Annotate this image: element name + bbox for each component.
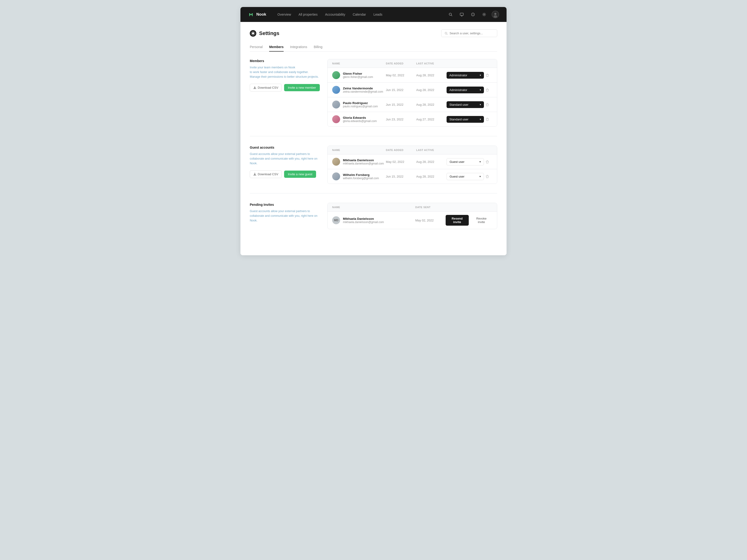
- guests-section-desc: Guest accounts allow your external partn…: [250, 152, 320, 166]
- user-name: Gloria Edwards: [343, 116, 377, 119]
- role-dropdown[interactable]: Standard user ▾: [446, 116, 484, 123]
- th-name: NAME: [332, 206, 415, 209]
- role-dropdown[interactable]: Administrator ▾: [446, 72, 484, 79]
- svg-point-10: [494, 13, 496, 15]
- user-name: Wilhelm Forsberg: [343, 173, 379, 177]
- nav-all-properties[interactable]: All properties: [299, 12, 318, 16]
- resend-invite-button[interactable]: Resend invite: [446, 215, 469, 225]
- last-active: Aug 27, 2022: [416, 117, 446, 121]
- user-cell: Mikhaela Danielsson mikhaela.danielsson@…: [332, 158, 386, 166]
- user-email: mikhaela.danielsson@gmail.com: [343, 162, 384, 165]
- pending-table-header: NAME DATE SENT: [328, 203, 497, 212]
- th-date-sent: DATE SENT: [415, 206, 446, 209]
- settings-icon-nav[interactable]: [481, 11, 488, 18]
- members-section: Members Invite your team members on Nook…: [250, 59, 497, 136]
- svg-rect-20: [486, 118, 489, 119]
- logo[interactable]: Nook: [248, 11, 266, 18]
- delete-button[interactable]: [484, 72, 490, 78]
- delete-button[interactable]: [484, 116, 490, 123]
- tab-members[interactable]: Members: [269, 43, 283, 52]
- search-icon-nav[interactable]: [447, 11, 454, 18]
- tab-billing[interactable]: Billing: [314, 43, 323, 52]
- avatar: [332, 115, 340, 123]
- svg-line-2: [451, 15, 452, 16]
- download-icon: [253, 86, 256, 89]
- members-section-title: Members: [250, 59, 320, 63]
- delete-button[interactable]: [484, 101, 490, 108]
- delete-button[interactable]: [484, 158, 490, 165]
- role-dropdown[interactable]: Guest user ▾: [446, 173, 484, 180]
- avatar: [332, 86, 340, 94]
- delete-button[interactable]: [484, 86, 490, 93]
- main-content: Settings Personal Members Integrations B…: [240, 22, 507, 255]
- table-row: Mikhaela Danielsson mikhaela.danielsson@…: [328, 155, 497, 169]
- top-nav: Nook Overview All properties Accountabil…: [240, 7, 507, 22]
- role-dropdown[interactable]: Guest user ▾: [446, 158, 484, 165]
- user-name: Mikhaela Danielsson: [343, 158, 384, 162]
- date-added: Jun 15, 2022: [386, 103, 416, 106]
- invite-guest-button[interactable]: Invite a new guest: [284, 170, 316, 178]
- th-actions: [446, 206, 492, 209]
- user-avatar-nav[interactable]: [492, 11, 499, 18]
- guests-table-header: NAME DATE ADDED LAST ACTIVE: [328, 146, 497, 155]
- role-dropdown[interactable]: Standard user ▾: [446, 101, 484, 108]
- th-actions: [484, 149, 492, 152]
- th-last-active: LAST ACTIVE: [416, 62, 446, 65]
- user-name: Paulo Rodriguez: [343, 101, 378, 105]
- user-cell: Gloria Edwards gloria.edwards@gmail.com: [332, 115, 386, 123]
- user-name: Glenn Fisher: [343, 72, 373, 75]
- settings-tabs: Personal Members Integrations Billing: [250, 43, 497, 52]
- date-added: May 02, 2022: [386, 74, 416, 77]
- table-row: MD Mikhaela Danielsson mikhaela.danielss…: [328, 212, 497, 229]
- last-active: Aug 28, 2022: [416, 103, 446, 106]
- table-row: Zeina Vandermonde zeina.vandermonde@gmai…: [328, 83, 497, 97]
- th-date-added: DATE ADDED: [386, 149, 416, 152]
- svg-rect-25: [487, 175, 488, 175]
- th-name: NAME: [332, 149, 386, 152]
- download-csv-guests-button[interactable]: Download CSV: [250, 170, 282, 178]
- user-email: glenn.fisher@gmail.com: [343, 75, 373, 79]
- th-name: NAME: [332, 62, 386, 65]
- svg-text:?: ?: [472, 14, 473, 16]
- pending-info: Pending Invites Guest accounts allow you…: [250, 203, 320, 229]
- tab-personal[interactable]: Personal: [250, 43, 263, 52]
- svg-rect-17: [487, 88, 488, 89]
- pending-section-title: Pending Invites: [250, 203, 320, 207]
- user-info: Mikhaela Danielsson mikhaela.danielsson@…: [343, 158, 384, 165]
- monitor-icon-nav[interactable]: [458, 11, 465, 18]
- search-input[interactable]: [449, 31, 494, 35]
- pending-section-desc: Guest accounts allow your external partn…: [250, 209, 320, 223]
- download-csv-button[interactable]: Download CSV: [250, 84, 282, 91]
- avatar: [332, 158, 340, 166]
- nav-overview[interactable]: Overview: [278, 12, 291, 16]
- members-table: NAME DATE ADDED LAST ACTIVE Glenn Fisher…: [327, 59, 497, 127]
- nav-accountability[interactable]: Accountability: [325, 12, 345, 16]
- guests-section-title: Guest accounts: [250, 145, 320, 149]
- table-row: Glenn Fisher glenn.fisher@gmail.com May …: [328, 68, 497, 83]
- role-dropdown[interactable]: Administrator ▾: [446, 86, 484, 93]
- revoke-invite-button[interactable]: Revoke invite: [471, 215, 492, 225]
- user-info: Mikhaela Danielsson mikhaela.danielsson@…: [343, 217, 384, 224]
- date-added: May 02, 2022: [386, 160, 416, 164]
- tab-integrations[interactable]: Integrations: [290, 43, 307, 52]
- app-shell: Nook Overview All properties Accountabil…: [240, 7, 507, 255]
- nav-leads[interactable]: Leads: [374, 12, 382, 16]
- invite-member-button[interactable]: Invite a new member: [284, 84, 320, 91]
- delete-button[interactable]: [484, 173, 490, 180]
- members-actions: Download CSV Invite a new member: [250, 84, 320, 91]
- svg-rect-23: [487, 160, 488, 161]
- user-email: zeina.vandermonde@gmail.com: [343, 90, 383, 93]
- help-icon-nav[interactable]: ?: [469, 11, 477, 18]
- settings-header: Settings: [250, 29, 497, 37]
- nav-calendar[interactable]: Calendar: [353, 12, 366, 16]
- user-cell: Paulo Rodriguez paulo.rodriguez@gmail.co…: [332, 101, 386, 108]
- guests-info: Guest accounts Guest accounts allow your…: [250, 145, 320, 184]
- members-info: Members Invite your team members on Nook…: [250, 59, 320, 127]
- date-added: Jun 23, 2022: [386, 117, 416, 121]
- page-title: Settings: [259, 30, 279, 36]
- user-name: Mikhaela Danielsson: [343, 217, 384, 220]
- table-row: Wilhelm Forsberg wilhelm.forsberg@gmail.…: [328, 169, 497, 184]
- user-email: wilhelm.forsberg@gmail.com: [343, 177, 379, 180]
- svg-rect-21: [487, 118, 488, 118]
- th-last-active: LAST ACTIVE: [416, 149, 446, 152]
